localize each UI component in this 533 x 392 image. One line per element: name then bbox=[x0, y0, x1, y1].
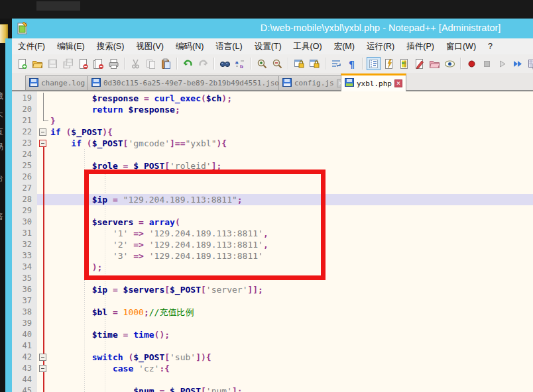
find-icon[interactable] bbox=[218, 57, 232, 70]
code-line-27[interactable]: 27 bbox=[12, 183, 533, 194]
open-file-icon[interactable] bbox=[30, 57, 44, 70]
tab-yxbl.php[interactable]: yxbl.php× bbox=[341, 74, 406, 91]
code-line-40[interactable]: 40 $time = time(); bbox=[12, 329, 533, 340]
line-number: 31 bbox=[12, 228, 37, 239]
macro-run-multiple-icon[interactable] bbox=[510, 57, 524, 70]
indent-guide-icon[interactable] bbox=[367, 57, 381, 70]
menu-item[interactable]: 编码(N) bbox=[170, 39, 209, 54]
line-number: 45 bbox=[12, 385, 37, 392]
function-list-icon[interactable] bbox=[382, 57, 396, 70]
fold-active-guide bbox=[43, 262, 44, 273]
code-line-41[interactable]: 41 bbox=[12, 340, 533, 352]
toolbar-separator bbox=[288, 58, 289, 70]
fold-active-guide bbox=[43, 250, 44, 262]
fold-margin bbox=[37, 250, 50, 262]
code-line-19[interactable]: 19 $response = curl_exec($ch); bbox=[12, 93, 533, 104]
menu-item[interactable]: 文件(F) bbox=[12, 39, 51, 54]
menu-item[interactable]: 语言(L) bbox=[209, 39, 248, 54]
document-map-icon[interactable] bbox=[397, 57, 411, 70]
fold-collapse-box[interactable] bbox=[39, 354, 46, 361]
code-line-39[interactable]: 39 bbox=[12, 318, 533, 329]
toolbar-separator bbox=[251, 58, 252, 70]
fold-collapse-box[interactable] bbox=[39, 128, 46, 136]
menu-item[interactable]: 窗口(W) bbox=[440, 39, 482, 54]
code-line-36[interactable]: 36 $ip = $servers[$_POST['server']]; bbox=[12, 284, 533, 295]
menu-item[interactable]: 设置(T) bbox=[249, 39, 288, 54]
code-line-31[interactable]: 31 '1' => '129.204.189.113:8811', bbox=[12, 228, 533, 239]
fold-collapse-box[interactable] bbox=[39, 140, 46, 147]
fold-margin bbox=[37, 205, 50, 217]
code-line-23[interactable]: 23 if ($_POST['gmcode']=="yxbl"){ bbox=[12, 138, 533, 149]
code-line-43[interactable]: 43 case 'cz':{ bbox=[12, 363, 533, 374]
titlebar[interactable]: D:\web-mobile\yxbl\yxbl.php - Notepad++ … bbox=[12, 19, 533, 38]
fold-margin bbox=[37, 172, 50, 183]
folder-workspace-icon[interactable] bbox=[428, 57, 442, 70]
code-line-34[interactable]: 34 ); bbox=[12, 262, 533, 273]
code-line-29[interactable]: 29 bbox=[12, 205, 533, 217]
code-line-32[interactable]: 32 '2' => '129.204.189.113:8811', bbox=[12, 239, 533, 250]
undo-icon[interactable] bbox=[181, 57, 195, 70]
fold-active-guide bbox=[43, 217, 44, 228]
line-number: 29 bbox=[12, 205, 37, 217]
code-line-21[interactable]: 21} bbox=[12, 115, 533, 126]
menu-item[interactable]: 宏(M) bbox=[328, 39, 361, 54]
code-line-22[interactable]: 22if ($_POST){ bbox=[12, 126, 533, 138]
document-edit-icon[interactable] bbox=[412, 57, 426, 70]
sync-vertical-scroll-icon[interactable] bbox=[292, 57, 306, 70]
code-line-45[interactable]: 45 $num = $_POST['num']; bbox=[12, 385, 533, 392]
menu-item[interactable]: 工具(O) bbox=[288, 39, 328, 54]
close-file-icon[interactable] bbox=[76, 57, 90, 70]
close-all-files-icon[interactable] bbox=[91, 57, 105, 70]
menu-item[interactable]: 搜索(S) bbox=[91, 39, 131, 54]
menu-item[interactable]: ? bbox=[482, 39, 499, 54]
code-editor[interactable]: 19 $response = curl_exec($ch);20 return … bbox=[12, 91, 533, 392]
print-icon[interactable] bbox=[107, 57, 121, 70]
code-line-24[interactable]: 24 bbox=[12, 149, 533, 160]
cut-icon bbox=[129, 57, 143, 70]
menu-item[interactable]: 编辑(E) bbox=[51, 39, 91, 54]
fold-active-guide bbox=[43, 172, 44, 183]
line-number: 28 bbox=[12, 194, 37, 205]
line-number: 24 bbox=[12, 149, 37, 160]
show-all-characters-icon[interactable]: ¶ bbox=[345, 57, 359, 70]
menu-item[interactable]: 运行(R) bbox=[361, 39, 400, 54]
line-number: 30 bbox=[12, 217, 37, 228]
code-line-20[interactable]: 20 return $response; bbox=[12, 104, 533, 115]
tab-label: config.js bbox=[294, 79, 334, 87]
fold-active-guide bbox=[43, 295, 44, 307]
menu-item[interactable]: 视图(V) bbox=[130, 39, 170, 54]
code-line-35[interactable]: 35 bbox=[12, 273, 533, 284]
code-line-42[interactable]: 42 switch ($_POST['sub']){ bbox=[12, 352, 533, 363]
tab-close-icon[interactable]: × bbox=[394, 79, 402, 87]
paste-icon[interactable] bbox=[159, 57, 173, 70]
zoom-out-icon[interactable] bbox=[270, 57, 284, 70]
code-line-38[interactable]: 38 $bl = 1000;//充值比例 bbox=[12, 307, 533, 318]
new-file-icon[interactable] bbox=[15, 57, 29, 70]
sync-horizontal-scroll-icon[interactable] bbox=[308, 57, 322, 70]
tab-save-state-icon bbox=[345, 78, 354, 89]
code-line-33[interactable]: 33 '3' => '129.204.189.113:8811' bbox=[12, 250, 533, 262]
word-wrap-icon[interactable] bbox=[329, 57, 343, 70]
code-line-44[interactable]: 44 bbox=[12, 374, 533, 385]
background-window-fragment bbox=[36, 1, 80, 11]
code-line-25[interactable]: 25 $role = $_POST['roleid']; bbox=[12, 160, 533, 172]
tab-config.js[interactable]: config.js× bbox=[278, 75, 349, 90]
menu-item[interactable]: 插件(P) bbox=[400, 39, 440, 54]
code-line-28[interactable]: 28 $ip = "129.204.189.113:8811"; bbox=[12, 194, 533, 205]
view-eye-icon[interactable] bbox=[443, 57, 457, 70]
fold-collapse-box[interactable] bbox=[39, 365, 46, 372]
code-text: $ip = "129.204.189.113:8811"; bbox=[50, 194, 243, 205]
toolbar-separator bbox=[176, 58, 178, 70]
fold-margin bbox=[37, 228, 50, 239]
code-line-26[interactable]: 26 bbox=[12, 172, 533, 183]
code-line-30[interactable]: 30 $servers = array( bbox=[12, 217, 533, 228]
macro-record-icon[interactable] bbox=[465, 57, 479, 70]
code-line-37[interactable]: 37 bbox=[12, 295, 533, 307]
macro-save-icon[interactable] bbox=[526, 57, 533, 70]
fold-margin bbox=[37, 284, 50, 295]
zoom-in-icon[interactable] bbox=[255, 57, 269, 70]
tab-0d30c115-6a25-49e7-be89-2b19b49d4551.json[interactable]: 0d30c115-6a25-49e7-be89-2b19b49d4551.jso… bbox=[88, 75, 298, 90]
replace-icon[interactable]: ab bbox=[233, 57, 247, 70]
line-number: 27 bbox=[12, 183, 37, 194]
window-left-border bbox=[5, 38, 12, 392]
